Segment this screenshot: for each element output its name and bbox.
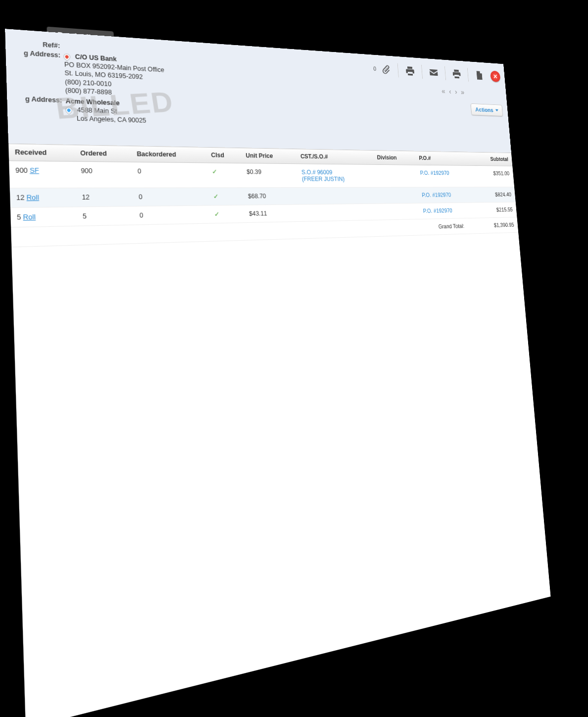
received-qty: 12 <box>16 194 25 202</box>
billing-phone1: (800) 210-0010 <box>65 78 112 88</box>
map-pin-icon <box>65 106 73 114</box>
unit-price: $68.70 <box>243 188 299 205</box>
ordered-qty: 5 <box>76 206 134 226</box>
grand-total-value: $1,390.95 <box>475 217 518 234</box>
po-link[interactable]: P.O. #192970 <box>422 192 451 198</box>
so-customer[interactable]: (FREER JUSTIN) <box>302 176 345 183</box>
paperclip-icon <box>381 64 392 75</box>
clsd-check-icon: ✓ <box>213 193 219 200</box>
unit-price: $0.39 <box>241 163 297 188</box>
po-link[interactable]: P.O. #192970 <box>420 170 449 176</box>
fax-button[interactable] <box>402 62 419 80</box>
separator <box>444 66 446 80</box>
so-link[interactable]: S.O.# 96009 <box>301 169 333 176</box>
backordered-qty: 0 <box>133 188 208 206</box>
col-po[interactable]: P.O.# <box>414 151 471 165</box>
col-unit-price[interactable]: Unit Price <box>241 148 296 164</box>
separator <box>421 65 423 79</box>
billing-phone2: (800) 877-8898 <box>65 87 112 96</box>
envelope-icon <box>429 67 439 78</box>
prev-page-button[interactable]: ‹ <box>448 87 452 97</box>
col-backordered[interactable]: Backordered <box>131 146 206 163</box>
col-received[interactable]: Received <box>8 144 75 161</box>
separator <box>397 63 399 78</box>
table-row: 900 SF 900 0 ✓ $0.39 S.O.# 96009 (FREER … <box>9 161 514 188</box>
so-cell <box>299 204 377 221</box>
next-page-button[interactable]: › <box>454 87 458 97</box>
fax-icon <box>405 65 415 77</box>
unit-link[interactable]: Roll <box>23 213 36 221</box>
ordered-qty: 900 <box>75 161 133 188</box>
so-cell <box>298 187 376 205</box>
attachments-button[interactable] <box>377 60 394 78</box>
received-qty: 900 <box>15 167 28 175</box>
backordered-qty: 0 <box>134 205 210 225</box>
received-qty: 5 <box>17 213 21 221</box>
unit-link[interactable]: SF <box>30 167 39 175</box>
col-clsd[interactable]: Clsd <box>205 147 241 163</box>
backordered-qty: 0 <box>132 162 208 188</box>
subtotal-cell: $351.00 <box>471 165 514 187</box>
email-button[interactable] <box>426 64 442 81</box>
col-division[interactable]: Division <box>372 150 415 165</box>
map-pin-icon <box>63 53 71 60</box>
ordered-qty: 12 <box>76 188 134 207</box>
billing-address-label: g Address: <box>17 49 64 59</box>
subtotal-cell: $215.55 <box>474 202 517 218</box>
printer-icon <box>451 68 461 79</box>
actions-dropdown[interactable]: Actions <box>471 103 503 116</box>
record-pager: « ‹ › » <box>441 86 465 97</box>
last-page-button[interactable]: » <box>460 88 466 98</box>
ref-label: Ref#: <box>16 39 64 50</box>
col-cst-so[interactable]: CST./S.O.# <box>295 149 373 165</box>
division-cell <box>376 203 420 220</box>
division-cell <box>373 164 417 187</box>
shipping-name: Acme Wholesale <box>65 98 120 107</box>
col-ordered[interactable]: Ordered <box>74 145 132 162</box>
clsd-check-icon: ✓ <box>212 168 217 175</box>
separator <box>467 68 469 82</box>
print-button[interactable] <box>448 65 464 83</box>
chevron-down-icon <box>495 109 498 112</box>
subtotal-cell: $824.40 <box>473 187 516 203</box>
shipping-line1: 4588 Main St <box>77 106 117 115</box>
division-cell <box>375 187 418 204</box>
line-items-table: Received Ordered Backordered Clsd Unit P… <box>8 143 518 247</box>
close-button[interactable] <box>490 71 500 82</box>
po-link[interactable]: P.O. #192970 <box>423 207 452 214</box>
clsd-check-icon: ✓ <box>214 210 219 218</box>
header-band: BILLED Ref#: g Address: C/O US Bank PO B… <box>5 29 511 153</box>
col-subtotal[interactable]: Subtotal <box>470 152 512 166</box>
shipping-address-label: g Address: <box>18 95 65 104</box>
first-page-button[interactable]: « <box>441 86 446 96</box>
unit-link[interactable]: Roll <box>26 194 39 202</box>
edit-icon <box>474 70 484 81</box>
actions-label: Actions <box>475 106 493 113</box>
attachments-count: 0 <box>373 65 377 72</box>
edit-button[interactable] <box>471 67 487 84</box>
shipping-line2: Los Angeles, CA 90025 <box>77 115 147 124</box>
unit-price: $43.11 <box>244 205 300 223</box>
